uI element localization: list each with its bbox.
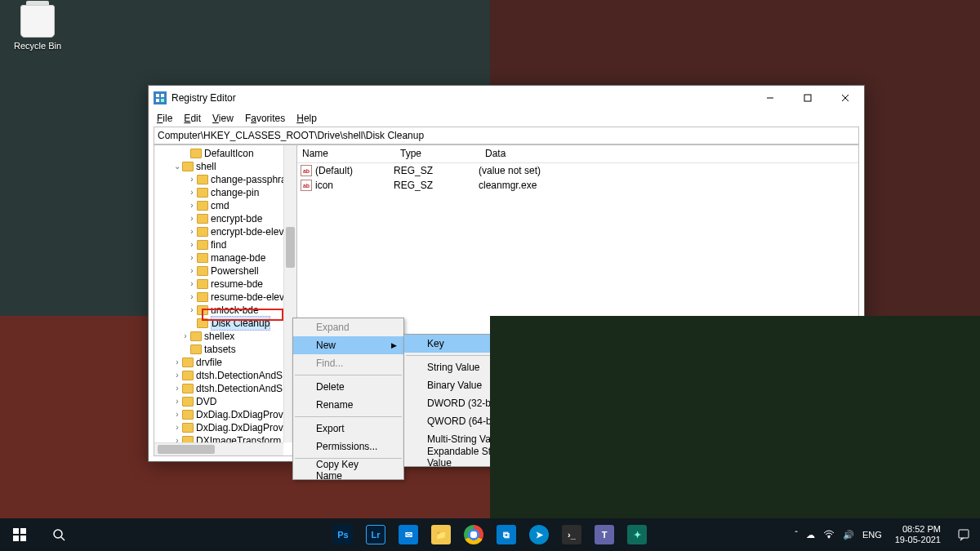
taskbar-app-terminal[interactable]: ›_ <box>555 518 588 551</box>
menu-help[interactable]: Help <box>292 111 322 126</box>
expand-icon[interactable]: ⌄ <box>172 160 182 173</box>
scrollbar-thumb[interactable] <box>158 445 215 454</box>
taskbar-app-explorer[interactable]: 📁 <box>425 518 457 551</box>
taskbar-app-chrome[interactable] <box>457 518 490 551</box>
expand-icon[interactable]: › <box>172 356 182 369</box>
taskbar-app-generic[interactable]: ✦ <box>621 518 653 551</box>
expand-icon[interactable]: › <box>187 199 197 212</box>
expand-icon[interactable]: › <box>187 251 197 264</box>
menu-item[interactable]: Binary Value <box>404 376 548 394</box>
menu-item[interactable]: Delete <box>293 378 403 396</box>
scrollbar-thumb[interactable] <box>286 227 295 268</box>
expand-icon[interactable]: › <box>187 173 197 186</box>
tree-item[interactable]: ⌄shell <box>154 160 296 173</box>
tree-item[interactable]: ›Powershell <box>154 264 296 278</box>
tree-item[interactable]: ›DVD <box>154 395 296 408</box>
tree-item-label: manage-bde <box>211 251 265 264</box>
menu-file[interactable]: File <box>152 111 177 126</box>
tree-item[interactable]: ›DxDiag.DxDiagProvi <box>154 421 296 434</box>
menu-item-label: New <box>316 340 336 351</box>
menubar: File Edit View Favorites Help <box>149 110 864 127</box>
minimize-button[interactable] <box>751 86 789 110</box>
maximize-button[interactable] <box>789 86 826 110</box>
menu-item[interactable]: String Value <box>404 358 548 376</box>
expand-icon[interactable]: › <box>187 278 197 291</box>
expand-icon[interactable]: › <box>187 225 197 238</box>
titlebar[interactable]: Registry Editor <box>149 86 864 110</box>
menu-item[interactable]: New▶ <box>293 336 403 354</box>
tree-item[interactable]: ›DxDiag.DxDiagProvi <box>154 408 296 421</box>
tree-item[interactable]: ›resume-bde-elev <box>154 291 296 304</box>
tray-language[interactable]: ENG <box>862 530 882 540</box>
menu-item[interactable]: Rename <box>293 396 403 414</box>
tree-item[interactable]: DefaultIcon <box>154 147 296 160</box>
tree-pane[interactable]: DefaultIcon⌄shell›change-passphra›change… <box>154 145 297 455</box>
taskbar-clock[interactable]: 08:52 PM 19-05-2021 <box>889 524 947 545</box>
tray-chevron-icon[interactable]: ˆ <box>795 530 798 540</box>
expand-icon[interactable]: › <box>187 291 197 304</box>
tree-item[interactable]: ›unlock-bde <box>154 304 296 317</box>
tree-item[interactable]: ›manage-bde <box>154 251 296 264</box>
tree-item[interactable]: ›dtsh.DetectionAndS <box>154 382 296 395</box>
tree-horizontal-scrollbar[interactable] <box>154 442 283 455</box>
tree-item[interactable]: ›encrypt-bde <box>154 212 296 225</box>
taskbar-app-lightroom[interactable]: Lr <box>359 518 392 551</box>
expand-icon[interactable]: › <box>172 421 182 434</box>
menu-item[interactable]: Copy Key Name <box>293 461 403 479</box>
tree-item[interactable]: ›change-pin <box>154 186 296 199</box>
column-name[interactable]: Name <box>297 145 395 162</box>
recycle-bin-icon[interactable]: Recycle Bin <box>13 5 62 51</box>
expand-icon[interactable]: › <box>187 186 197 199</box>
expand-icon[interactable]: › <box>172 369 182 382</box>
menu-view[interactable]: View <box>207 111 238 126</box>
menu-edit[interactable]: Edit <box>179 111 206 126</box>
tree-item[interactable]: ›find <box>154 238 296 251</box>
close-button[interactable] <box>826 86 864 110</box>
taskbar-app-vscode[interactable]: ⧉ <box>490 518 523 551</box>
taskbar-app-teams[interactable]: T <box>588 518 621 551</box>
tree-item[interactable]: ›encrypt-bde-elev <box>154 225 296 238</box>
menu-item[interactable]: Expandable String Value <box>404 448 548 466</box>
value-row[interactable]: abiconREG_SZcleanmgr.exe <box>297 178 858 193</box>
expand-icon[interactable]: › <box>172 382 182 395</box>
search-button[interactable] <box>39 518 78 551</box>
expand-icon[interactable]: › <box>187 238 197 251</box>
menu-item[interactable]: DWORD (32-bit) Value <box>404 394 548 412</box>
menu-item[interactable]: Key <box>404 335 548 353</box>
expand-icon[interactable]: › <box>187 304 197 317</box>
expand-icon[interactable]: › <box>172 408 182 421</box>
menu-item[interactable]: QWORD (64-bit) Value <box>404 412 548 430</box>
tree-item[interactable]: ›shellex <box>154 330 296 343</box>
menu-favorites[interactable]: Favorites <box>240 111 290 126</box>
tree-item[interactable]: ›cmd <box>154 199 296 212</box>
tree-item[interactable]: Disk Cleanup <box>154 317 296 330</box>
tray-wifi-icon[interactable] <box>823 529 835 540</box>
menu-item[interactable]: Permissions... <box>293 438 403 455</box>
expand-icon[interactable]: › <box>187 264 197 278</box>
expand-icon[interactable]: › <box>172 395 182 408</box>
menu-item[interactable]: Export <box>293 420 403 438</box>
column-data[interactable]: Data <box>480 145 858 162</box>
menu-item-label: Delete <box>316 381 345 393</box>
system-tray[interactable]: ˆ ☁ 🔊 ENG <box>788 529 889 540</box>
expand-icon[interactable]: › <box>180 330 190 343</box>
column-type[interactable]: Type <box>395 145 480 162</box>
tree-item[interactable]: ›resume-bde <box>154 278 296 291</box>
taskbar-app-mail[interactable]: ✉ <box>392 518 425 551</box>
tree-item[interactable]: ›drvfile <box>154 356 296 369</box>
start-button[interactable] <box>0 518 39 551</box>
menu-item: Expand <box>293 318 403 336</box>
registry-tree: DefaultIcon⌄shell›change-passphra›change… <box>154 145 296 455</box>
tree-item[interactable]: tabsets <box>154 343 296 356</box>
taskbar-app-photoshop[interactable]: Ps <box>327 518 359 551</box>
taskbar-app-telegram[interactable]: ➤ <box>523 518 555 551</box>
address-bar[interactable]: Computer\HKEY_CLASSES_ROOT\Drive\shell\D… <box>154 127 859 144</box>
tree-item[interactable]: ›change-passphra <box>154 173 296 186</box>
notifications-button[interactable] <box>947 518 980 551</box>
value-row[interactable]: ab(Default)REG_SZ(value not set) <box>297 163 858 178</box>
tray-onedrive-icon[interactable]: ☁ <box>806 530 815 540</box>
expand-icon[interactable]: › <box>187 212 197 225</box>
menu-item-label: Export <box>316 423 345 434</box>
tree-item[interactable]: ›dtsh.DetectionAndS <box>154 369 296 382</box>
tray-volume-icon[interactable]: 🔊 <box>843 530 854 540</box>
